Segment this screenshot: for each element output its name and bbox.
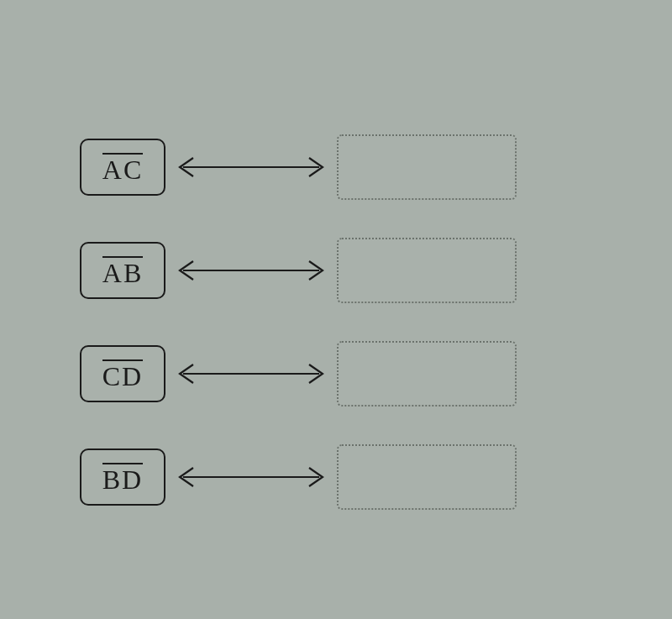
matching-row: BD bbox=[80, 444, 517, 510]
segment-label: CD bbox=[102, 359, 143, 390]
segment-tile-ac[interactable]: AC bbox=[80, 139, 165, 196]
drop-target[interactable] bbox=[337, 444, 517, 510]
segment-tile-bd[interactable]: BD bbox=[80, 449, 165, 506]
drop-target[interactable] bbox=[337, 134, 517, 200]
segment-label: AB bbox=[102, 256, 143, 286]
segment-tile-cd[interactable]: CD bbox=[80, 345, 165, 402]
segment-label: AC bbox=[102, 153, 143, 183]
drop-target[interactable] bbox=[337, 341, 517, 407]
double-arrow-icon bbox=[167, 460, 335, 494]
matching-row: AB bbox=[80, 238, 517, 303]
drop-target[interactable] bbox=[337, 238, 517, 303]
double-arrow-icon bbox=[167, 150, 335, 184]
matching-row: CD bbox=[80, 341, 517, 407]
double-arrow-icon bbox=[167, 254, 335, 287]
segment-label: BD bbox=[102, 463, 143, 493]
matching-row: AC bbox=[80, 134, 517, 200]
segment-tile-ab[interactable]: AB bbox=[80, 242, 165, 299]
matching-container: AC AB CD bbox=[80, 134, 517, 510]
double-arrow-icon bbox=[167, 357, 335, 391]
